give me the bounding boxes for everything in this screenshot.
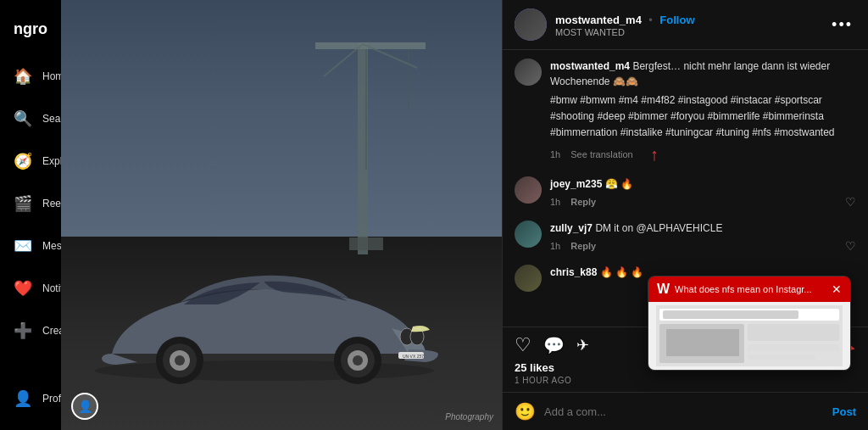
comment-like-1[interactable]: ♡ [845, 195, 856, 209]
svg-rect-22 [663, 310, 798, 319]
comment-body-1: 😤 🔥 [605, 178, 633, 190]
crane-illustration [298, 0, 434, 254]
popup-title: What does nfs mean on Instagr... [675, 284, 826, 294]
comment-time-1: 1h [550, 197, 560, 207]
share-button[interactable]: ✈ [576, 336, 589, 355]
svg-rect-27 [666, 329, 739, 356]
main-content: UN·VX 257 Photography 👤 mostwanted_m4 • … [61, 0, 868, 430]
sidebar-item-explore[interactable]: 🧭 Explore [7, 143, 54, 179]
comment-avatar-3 [515, 265, 542, 292]
sidebar: ngro 🏠 Home 🔍 Search 🧭 Explore 🎬 Reels ✉… [0, 0, 61, 430]
sidebar-item-notifications[interactable]: ❤️ Notifi... [7, 271, 54, 306]
comment-row-2: zully_vj7 DM it on @ALPHAVEHICLE 1h Repl… [515, 221, 856, 253]
profile-icon: 👤 [14, 389, 32, 408]
sidebar-item-search[interactable]: 🔍 Search [7, 101, 54, 137]
comment-content-1: joey_m235 😤 🔥 1h Reply ♡ [550, 176, 856, 209]
post-subtitle-text: MOST WANTED [555, 27, 820, 37]
reels-icon: 🎬 [14, 194, 32, 213]
comment-time-2: 1h [550, 241, 560, 251]
time-ago: 1 HOUR AGO [515, 376, 856, 385]
sidebar-item-messages[interactable]: ✉️ Messa... [7, 228, 54, 264]
comment-button[interactable]: 💬 [543, 335, 565, 355]
comment-meta-2: 1h Reply ♡ [550, 239, 856, 253]
comment-like-2[interactable]: ♡ [845, 239, 856, 253]
post-avatar-image [515, 8, 547, 41]
comment-body-3: 🔥 🔥 🔥 [600, 266, 644, 278]
svg-point-7 [95, 360, 434, 381]
comment-reply-1[interactable]: Reply [570, 197, 596, 207]
sidebar-item-profile[interactable]: 👤 Profile [7, 381, 54, 416]
caption-time: 1h [550, 149, 560, 159]
caption-content: mostwanted_m4 Bergfest… nicht mehr lange… [550, 59, 856, 165]
post-hashtags: #bmw #bmwm #m4 #m4f82 #instagood #instac… [550, 92, 856, 142]
create-icon: ➕ [14, 321, 32, 340]
popup-close-icon[interactable]: ✕ [832, 282, 842, 296]
car-illustration: UN·VX 257 [70, 252, 459, 405]
comment-username-3[interactable]: chris_k88 [550, 266, 597, 278]
more-options-button[interactable]: ••• [828, 16, 856, 34]
post-user-info: mostwanted_m4 • Follow MOST WANTED [555, 12, 820, 37]
app-logo: ngro [7, 14, 54, 45]
svg-rect-26 [748, 355, 815, 360]
svg-rect-6 [349, 237, 383, 250]
caption-avatar [515, 59, 542, 86]
svg-rect-25 [748, 344, 839, 351]
comment-username-1[interactable]: joey_m235 [550, 178, 602, 190]
popup-browser-preview [656, 305, 843, 366]
add-comment-bar: 🙂 Post [503, 392, 868, 430]
popup-logo: W [657, 282, 670, 297]
post-image: UN·VX 257 Photography 👤 [61, 0, 502, 430]
sidebar-item-create[interactable]: ➕ Create [7, 313, 54, 349]
comment-avatar-1 [515, 176, 542, 204]
comment-username-2[interactable]: zully_vj7 [550, 222, 593, 234]
caption-username[interactable]: mostwanted_m4 [550, 60, 630, 72]
post-user-avatar-bottom[interactable]: 👤 [71, 393, 98, 420]
post-image-area: UN·VX 257 Photography 👤 [61, 0, 502, 430]
add-comment-input[interactable] [544, 405, 824, 418]
comment-content-2: zully_vj7 DM it on @ALPHAVEHICLE 1h Repl… [550, 221, 856, 253]
like-button[interactable]: ♡ [515, 334, 531, 356]
search-result-popup[interactable]: W What does nfs mean on Instagr... ✕ [648, 276, 851, 371]
comment-body-2: DM it on @ALPHAVEHICLE [595, 222, 722, 234]
popup-content-area [648, 302, 850, 370]
svg-point-15 [353, 355, 363, 366]
photo-watermark: Photography [445, 412, 493, 422]
caption-meta: 1h See translation ↑ [550, 145, 856, 165]
post-username-header: mostwanted_m4 • Follow [555, 12, 820, 27]
search-icon: 🔍 [14, 109, 32, 128]
svg-rect-24 [748, 324, 839, 341]
follow-button[interactable]: Follow [659, 14, 694, 26]
popup-header: W What does nfs mean on Instagr... ✕ [648, 276, 850, 302]
home-icon: 🏠 [14, 67, 32, 86]
comment-text-1: joey_m235 😤 🔥 [550, 176, 856, 192]
caption-block: mostwanted_m4 Bergfest… nicht mehr lange… [515, 59, 856, 165]
explore-icon: 🧭 [14, 152, 32, 170]
messages-icon: ✉️ [14, 237, 32, 255]
right-panel-wrapper: mostwanted_m4 • Follow MOST WANTED ••• m… [502, 0, 868, 430]
notifications-icon: ❤️ [14, 279, 32, 298]
sidebar-item-reels[interactable]: 🎬 Reels [7, 186, 54, 221]
post-comment-button[interactable]: Post [832, 405, 856, 418]
dot-separator: • [648, 14, 653, 26]
caption-text: mostwanted_m4 Bergfest… nicht mehr lange… [550, 59, 856, 89]
username-text[interactable]: mostwanted_m4 [555, 14, 642, 26]
sidebar-item-home[interactable]: 🏠 Home [7, 59, 54, 94]
post-header: mostwanted_m4 • Follow MOST WANTED ••• [503, 0, 868, 50]
svg-text:UN·VX 257: UN·VX 257 [403, 354, 424, 359]
post-avatar[interactable] [515, 8, 547, 41]
emoji-picker-button[interactable]: 🙂 [515, 401, 536, 422]
sky-background [61, 0, 502, 258]
svg-point-11 [175, 355, 185, 366]
see-translation-button[interactable]: See translation [570, 149, 632, 159]
comment-text-2: zully_vj7 DM it on @ALPHAVEHICLE [550, 221, 856, 236]
comment-avatar-2 [515, 221, 542, 248]
comment-reply-2[interactable]: Reply [570, 241, 596, 251]
comment-row-1: joey_m235 😤 🔥 1h Reply ♡ [515, 176, 856, 209]
red-arrow-indicator: ↑ [650, 145, 659, 165]
comment-meta-1: 1h Reply ♡ [550, 195, 856, 209]
